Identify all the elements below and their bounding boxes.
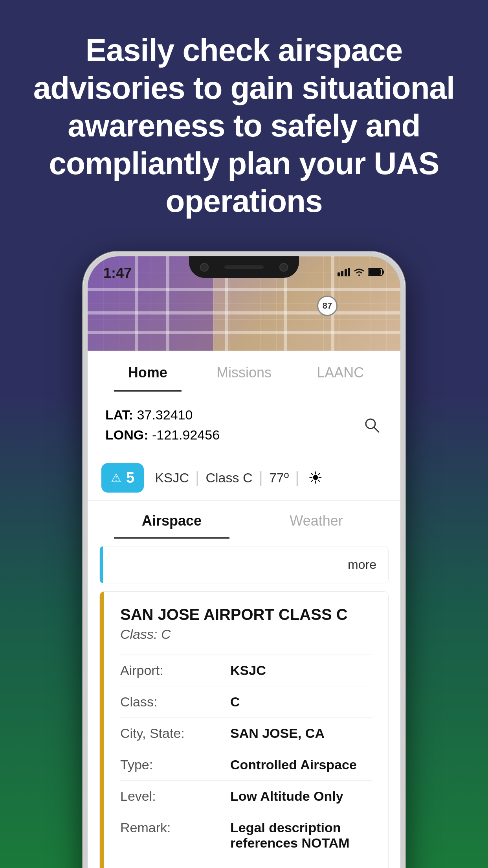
airport-code: KSJC — [155, 470, 189, 485]
signal-icon — [338, 268, 350, 279]
location-bar: LAT: 37.32410 LONG: -121.92456 — [88, 391, 400, 455]
phone-inner: 87 1:47 — [88, 256, 400, 868]
phone-outer: 87 1:47 — [83, 252, 405, 868]
hero-section: Easily check airspace advisories to gain… — [0, 0, 488, 244]
status-icons — [338, 267, 385, 279]
detail-card: SAN JOSE AIRPORT CLASS C Class: C Airpor… — [99, 591, 389, 868]
face-id-sensor — [279, 263, 288, 272]
temperature: 77º — [269, 470, 289, 485]
lat-row: LAT: 37.32410 — [105, 405, 220, 425]
tab-airspace[interactable]: Airspace — [99, 501, 244, 538]
long-row: LONG: -121.92456 — [105, 425, 220, 445]
tab-bar: Home Missions LAANC — [88, 351, 400, 391]
app-content: Home Missions LAANC LAT: — [88, 351, 400, 868]
battery-icon — [368, 268, 385, 279]
search-button[interactable] — [361, 414, 383, 436]
tab-missions[interactable]: Missions — [196, 351, 292, 391]
detail-subtitle: Class: C — [120, 627, 372, 642]
speaker — [224, 265, 264, 269]
airspace-class: Class C — [205, 470, 252, 485]
separator-1: | — [195, 469, 199, 487]
tab-laanc[interactable]: LAANC — [292, 351, 389, 391]
tab-weather[interactable]: Weather — [244, 501, 389, 538]
advisory-badge[interactable]: ⚠ 5 — [101, 463, 144, 493]
tab-home[interactable]: Home — [99, 351, 196, 391]
svg-rect-2 — [345, 269, 347, 276]
hero-title: Easily check airspace advisories to gain… — [31, 31, 457, 220]
svg-rect-3 — [348, 268, 350, 276]
warning-icon: ⚠ — [111, 471, 121, 485]
svg-rect-0 — [338, 272, 340, 276]
detail-inner: SAN JOSE AIRPORT CLASS C Class: C Airpor… — [100, 592, 388, 868]
content-tabs: Airspace Weather — [88, 501, 400, 538]
detail-row-remark: Remark: Legal description references NOT… — [120, 812, 372, 859]
svg-rect-1 — [341, 271, 343, 276]
separator-2: | — [259, 469, 262, 487]
front-camera — [200, 263, 209, 272]
advisory-count: 5 — [126, 469, 134, 486]
separator-3: | — [295, 469, 299, 487]
svg-line-8 — [374, 427, 379, 432]
info-bar: ⚠ 5 KSJC | Class C | 77º | ☀ — [88, 455, 400, 501]
detail-row-type: Type: Controlled Airspace — [120, 749, 372, 780]
notch — [189, 256, 299, 278]
svg-rect-5 — [369, 269, 381, 275]
detail-row-class: Class: C — [120, 686, 372, 717]
airspace-content: more SAN JOSE AIRPORT CLASS C Class: C A… — [88, 538, 400, 868]
phone-wrapper: 87 1:47 — [0, 244, 488, 868]
phone-screen: 87 1:47 — [88, 256, 400, 868]
map-area: 87 1:47 — [88, 256, 400, 351]
detail-row-airport: Airport: KSJC — [120, 655, 372, 686]
coordinates: LAT: 37.32410 LONG: -121.92456 — [105, 405, 220, 445]
detail-row-city: City, State: SAN JOSE, CA — [120, 717, 372, 749]
svg-rect-6 — [383, 270, 384, 274]
advisory-summary-card[interactable]: more — [99, 546, 389, 583]
detail-row-level: Level: Low Altitude Only — [120, 780, 372, 812]
highway-badge: 87 — [317, 296, 338, 316]
wifi-icon — [353, 267, 365, 279]
sun-icon: ☀ — [308, 468, 323, 487]
status-time: 1:47 — [103, 265, 132, 281]
more-button[interactable]: more — [348, 557, 376, 572]
detail-title: SAN JOSE AIRPORT CLASS C — [120, 606, 372, 623]
